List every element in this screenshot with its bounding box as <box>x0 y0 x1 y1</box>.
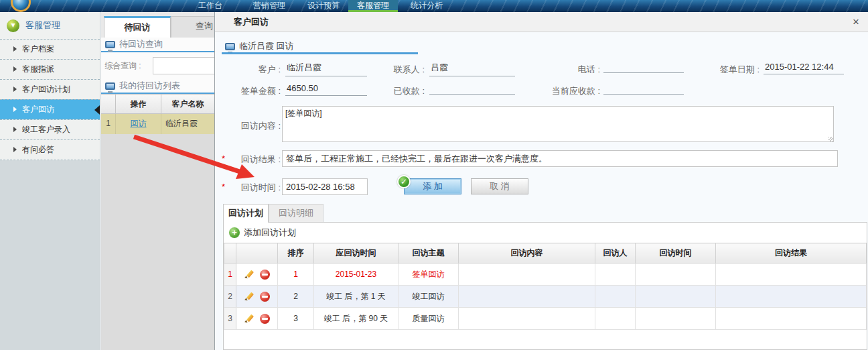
plan-toolbar: 添加回访计划 <box>224 223 867 243</box>
plan-table-row: 33竣工 后，第 90 天质量回访 <box>224 308 867 330</box>
due-label: 当前应收款 : <box>536 85 600 97</box>
add-plan-icon[interactable] <box>229 227 240 238</box>
plan-col-header: 回访结果 <box>716 243 867 264</box>
pending-list-row: 1回访临沂吕霞 <box>101 114 215 134</box>
textarea-resize-handle[interactable] <box>828 137 833 141</box>
sidebar-header[interactable]: 客服管理 <box>0 12 100 39</box>
tab-visit-plan[interactable]: 回访计划 <box>223 204 269 223</box>
middle-tabbar: 待回访 查询 <box>101 12 215 38</box>
plan-col-header: 回访人 <box>595 243 636 264</box>
sidebar-item-label: 客户回访计划 <box>22 84 70 94</box>
phone-label: 电话 : <box>536 64 600 76</box>
monitor-icon <box>225 43 235 50</box>
content-cell <box>459 264 595 286</box>
sidebar-menu-items: 客户档案客服指派客户回访计划客户回访竣工客户录入有问必答 <box>0 39 100 160</box>
edit-pencil-icon[interactable] <box>244 314 255 324</box>
received-value <box>429 83 515 95</box>
plan-table-row: 112015-01-23签单回访 <box>224 264 867 286</box>
triangle-bullet-icon <box>13 86 17 92</box>
monitor-icon <box>105 41 115 48</box>
module-sphere-icon <box>7 19 19 32</box>
search-section-header: 待回访查询 <box>101 38 215 52</box>
due-time-cell: 2015-01-23 <box>314 264 399 286</box>
left-arrow-icon <box>94 105 100 115</box>
visit-link[interactable]: 回访 <box>131 119 147 128</box>
delete-icon[interactable] <box>260 292 270 302</box>
delete-icon[interactable] <box>260 314 270 324</box>
result-cell <box>716 308 867 330</box>
sidebar-item-label: 客户档案 <box>22 44 54 54</box>
panel-header: 客户回访 × <box>215 12 868 32</box>
row-actions <box>236 286 278 308</box>
plan-table-row: 22竣工 后，第 1 天竣工回访 <box>224 286 867 308</box>
time-cell <box>636 308 716 330</box>
visit-subtab-label: 临沂吕霞 回访 <box>239 40 294 52</box>
due-time-cell: 竣工 后，第 1 天 <box>314 286 399 308</box>
tab-visit-detail[interactable]: 回访明细 <box>269 204 323 223</box>
plan-col-header-empty <box>236 243 278 264</box>
sidebar-item-label: 竣工客户录入 <box>22 125 70 134</box>
plan-col-header: 应回访时间 <box>314 243 399 264</box>
sidebar-item[interactable]: 有问必答 <box>0 139 100 160</box>
person-cell <box>595 264 636 286</box>
plan-col-header: 回访时间 <box>636 243 716 264</box>
visit-result-input[interactable] <box>282 150 838 167</box>
topic-cell: 竣工回访 <box>399 286 459 308</box>
topic-cell: 质量回访 <box>399 308 459 330</box>
tab-query[interactable]: 查询 <box>171 16 215 38</box>
list-section-header: 我的待回访列表 <box>101 79 215 94</box>
person-cell <box>595 308 636 330</box>
edit-pencil-icon[interactable] <box>244 292 255 302</box>
order-cell: 1 <box>278 264 314 286</box>
close-icon[interactable]: × <box>849 15 863 29</box>
plan-col-header: 回访主题 <box>399 243 459 264</box>
topic-cell: 签单回访 <box>399 264 459 286</box>
add-button[interactable]: 添 加 <box>404 178 461 194</box>
sidebar-menu: 客服管理 客户档案客服指派客户回访计划客户回访竣工客户录入有问必答 <box>0 12 100 160</box>
delete-icon[interactable] <box>260 270 270 280</box>
row-number: 1 <box>101 114 116 134</box>
triangle-bullet-icon <box>13 46 17 52</box>
customer-name-cell: 临沂吕霞 <box>161 114 215 134</box>
sidebar-item[interactable]: 客户回访 <box>0 99 100 119</box>
tab-pending-visit[interactable]: 待回访 <box>104 16 171 38</box>
nav-tab-2[interactable]: 营销管理 <box>242 0 296 12</box>
sidebar-item-label: 客户回访 <box>22 105 54 114</box>
row-actions <box>236 308 278 330</box>
col-rownum <box>101 95 116 113</box>
visit-content-textarea[interactable] <box>282 106 834 142</box>
sidebar-item[interactable]: 客户回访计划 <box>0 79 100 99</box>
row-number: 3 <box>224 308 236 330</box>
result-cell <box>716 264 867 286</box>
edit-pencil-icon[interactable] <box>244 270 255 280</box>
combined-search-input[interactable] <box>153 57 215 74</box>
nav-tab-4[interactable]: 客服管理 <box>348 0 398 12</box>
visit-time-input[interactable] <box>282 178 368 195</box>
nav-tab-5[interactable]: 统计分析 <box>400 0 453 12</box>
customer-label: 客户 : <box>215 64 281 76</box>
nav-tab-3[interactable]: 设计预算 <box>297 0 350 12</box>
visit-plan-content: 添加回访计划 排序应回访时间回访主题回访内容回访人回访时间回访结果 112015… <box>223 222 867 350</box>
sidebar-item[interactable]: 客服指派 <box>0 59 100 79</box>
combined-search-label: 综合查询 : <box>104 60 141 72</box>
plan-table-body: 112015-01-23签单回访22竣工 后，第 1 天竣工回访33竣工 后，第… <box>224 264 867 330</box>
visit-time-label: 回访时间 : <box>215 182 281 194</box>
person-cell <box>595 286 636 308</box>
cancel-button[interactable]: 取 消 <box>471 178 528 194</box>
monitor-icon <box>105 82 115 90</box>
amount-label: 签单金额 : <box>215 85 281 97</box>
search-section-title: 待回访查询 <box>119 38 163 50</box>
contact-value: 吕霞 <box>429 62 515 76</box>
sidebar-item[interactable]: 竣工客户录入 <box>0 119 100 139</box>
plan-col-header: 排序 <box>278 243 314 264</box>
sidebar-item[interactable]: 客户档案 <box>0 39 100 59</box>
add-plan-label[interactable]: 添加回访计划 <box>244 227 296 239</box>
app-window: 工作台营销管理设计预算客服管理统计分析 客服管理 客户档案客服指派客户回访计划客… <box>0 0 868 350</box>
triangle-bullet-icon <box>13 107 17 112</box>
triangle-bullet-icon <box>13 147 17 152</box>
content-cell <box>459 286 595 308</box>
due-value <box>603 83 684 95</box>
nav-tab-1[interactable]: 工作台 <box>190 0 231 12</box>
due-time-cell: 竣工 后，第 90 天 <box>314 308 399 330</box>
middle-body: 待回访查询 综合查询 : 我的待回访列表 操作 客户名称 1回访临沂吕霞 <box>101 38 215 134</box>
